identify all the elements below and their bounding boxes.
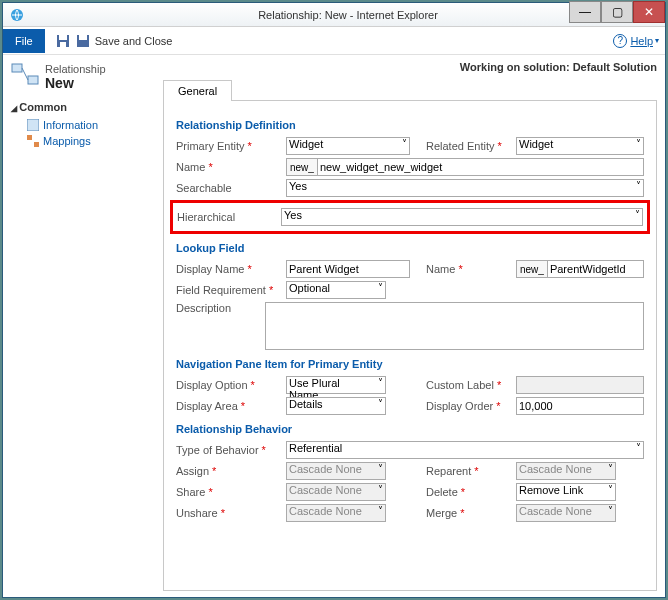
label-display-option: Display Option: [176, 379, 286, 391]
label-display-name: Display Name: [176, 263, 286, 275]
ie-icon: [9, 7, 25, 23]
section-nav-pane: Navigation Pane Item for Primary Entity: [176, 358, 644, 370]
close-button[interactable]: ✕: [633, 1, 665, 23]
select-searchable[interactable]: Yes: [286, 179, 644, 197]
select-assign: Cascade None: [286, 462, 386, 480]
section-relationship-definition: Relationship Definition: [176, 119, 644, 131]
svg-rect-8: [27, 119, 39, 131]
save-icon[interactable]: [55, 33, 71, 49]
section-lookup-field: Lookup Field: [176, 242, 644, 254]
svg-rect-10: [34, 142, 39, 147]
lookup-name-prefix: new_: [516, 260, 547, 278]
label-display-area: Display Area: [176, 400, 286, 412]
svg-rect-7: [28, 76, 38, 84]
select-field-requirement[interactable]: Optional: [286, 281, 386, 299]
tab-general[interactable]: General: [163, 80, 232, 101]
select-hierarchical[interactable]: Yes: [281, 208, 643, 226]
file-menu[interactable]: File: [3, 29, 45, 53]
input-custom-label: [516, 376, 644, 394]
svg-rect-5: [79, 35, 87, 40]
label-hierarchical: Hierarchical: [177, 211, 281, 223]
label-unshare: Unshare: [176, 507, 286, 519]
label-lookup-name: Name: [426, 263, 516, 275]
titlebar: Relationship: New - Internet Explorer — …: [3, 3, 665, 27]
select-merge: Cascade None: [516, 504, 616, 522]
label-name: Name: [176, 161, 286, 173]
svg-rect-2: [59, 35, 67, 40]
select-unshare: Cascade None: [286, 504, 386, 522]
label-delete: Delete: [426, 486, 516, 498]
textarea-description[interactable]: [265, 302, 644, 350]
label-primary-entity: Primary Entity: [176, 140, 286, 152]
label-custom-label: Custom Label: [426, 379, 516, 391]
select-related-entity[interactable]: Widget: [516, 137, 644, 155]
label-searchable: Searchable: [176, 182, 286, 194]
nav-information[interactable]: Information: [11, 117, 155, 133]
info-icon: [27, 119, 39, 131]
entity-name: New: [45, 75, 106, 91]
label-type-behavior: Type of Behavior: [176, 444, 286, 456]
tabstrip: General: [163, 79, 657, 101]
nav-common-header[interactable]: Common: [11, 101, 155, 113]
label-display-order: Display Order: [426, 400, 516, 412]
label-reparent: Reparent: [426, 465, 516, 477]
entity-type: Relationship: [45, 63, 106, 75]
input-display-name[interactable]: [286, 260, 410, 278]
select-share: Cascade None: [286, 483, 386, 501]
input-name[interactable]: [317, 158, 644, 176]
name-prefix: new_: [286, 158, 317, 176]
nav-mappings[interactable]: Mappings: [11, 133, 155, 149]
svg-rect-6: [12, 64, 22, 72]
relationship-icon: [11, 63, 39, 85]
select-display-option[interactable]: Use Plural Name: [286, 376, 386, 394]
svg-rect-9: [27, 135, 32, 140]
input-lookup-name[interactable]: [547, 260, 644, 278]
left-nav: Relationship New Common Information Mapp…: [3, 55, 163, 597]
svg-rect-3: [60, 42, 66, 47]
minimize-button[interactable]: —: [569, 1, 601, 23]
form-body: Relationship Definition Primary Entity W…: [163, 101, 657, 591]
help-link[interactable]: ? Help ▾: [613, 34, 659, 48]
label-field-requirement: Field Requirement: [176, 284, 286, 296]
select-primary-entity[interactable]: Widget: [286, 137, 410, 155]
help-icon: ?: [613, 34, 627, 48]
input-display-order[interactable]: [516, 397, 644, 415]
select-type-behavior[interactable]: Referential: [286, 441, 644, 459]
select-reparent: Cascade None: [516, 462, 616, 480]
label-assign: Assign: [176, 465, 286, 477]
label-related-entity: Related Entity: [426, 140, 516, 152]
save-close-icon[interactable]: [75, 33, 91, 49]
maximize-button[interactable]: ▢: [601, 1, 633, 23]
select-delete[interactable]: Remove Link: [516, 483, 616, 501]
label-merge: Merge: [426, 507, 516, 519]
window: Relationship: New - Internet Explorer — …: [2, 2, 666, 598]
save-close-button[interactable]: Save and Close: [95, 35, 173, 47]
section-behavior: Relationship Behavior: [176, 423, 644, 435]
solution-context: Working on solution: Default Solution: [163, 61, 657, 73]
mappings-icon: [27, 135, 39, 147]
label-description: Description: [176, 302, 265, 314]
label-share: Share: [176, 486, 286, 498]
toolbar: File Save and Close ? Help ▾: [3, 27, 665, 55]
select-display-area[interactable]: Details: [286, 397, 386, 415]
hierarchical-highlight: Hierarchical Yes: [170, 200, 650, 234]
